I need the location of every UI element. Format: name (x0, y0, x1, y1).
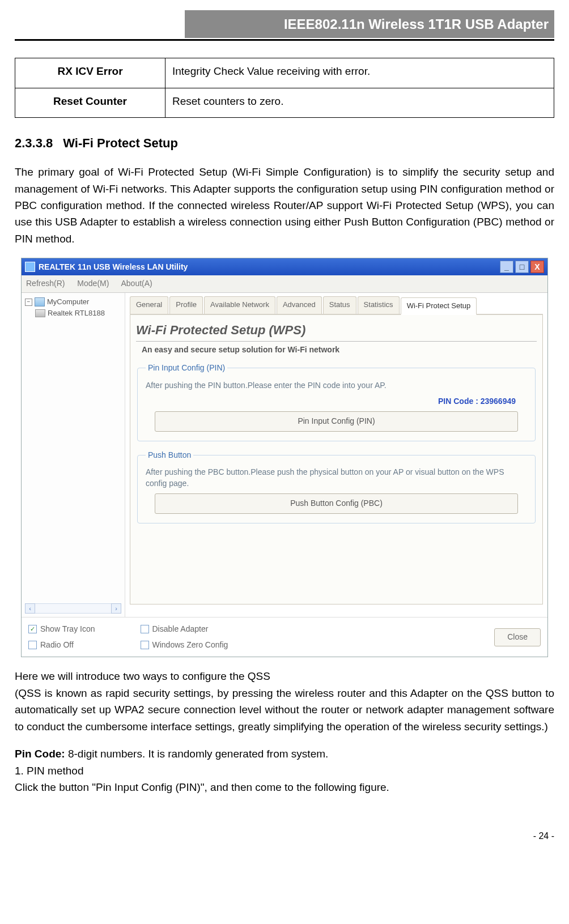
device-tree: − MyComputer Realtek RTL8188 ‹ › (22, 293, 125, 617)
table-row: Reset Counter Reset counters to zero. (15, 88, 554, 117)
paragraph: Pin Code: 8-digit numbers. It is randoml… (15, 746, 554, 762)
collapse-icon[interactable]: − (25, 299, 32, 306)
menubar: Refresh(R) Mode(M) About(A) (22, 275, 547, 293)
checkbox-checked-icon: ✓ (28, 625, 37, 633)
pin-code-desc: 8-digit numbers. It is randomly generate… (65, 748, 329, 760)
app-screenshot: REALTEK 11n USB Wireless LAN Utility _ □… (21, 258, 548, 657)
tab-available-network[interactable]: Available Network (204, 296, 275, 314)
checkbox-unchecked-icon (28, 641, 37, 649)
app-icon (25, 262, 35, 272)
scroll-left-arrow-icon[interactable]: ‹ (25, 603, 35, 614)
window-title: REALTEK 11n USB Wireless LAN Utility (39, 261, 188, 274)
checkbox-unchecked-icon (141, 641, 149, 649)
header-rule (15, 39, 554, 41)
pin-input-config-button[interactable]: Pin Input Config (PIN) (155, 411, 518, 432)
section-number: 2.3.3.8 (15, 134, 53, 153)
wps-panel: Wi-Fi Protected Setup (WPS) An easy and … (130, 315, 543, 604)
term-cell: Reset Counter (15, 88, 165, 117)
tab-advanced[interactable]: Advanced (277, 296, 322, 314)
page-number: - 24 - (15, 829, 554, 844)
paragraph: Here we will introduce two ways to confi… (15, 668, 554, 684)
pin-group-desc: After pushing the PIN button.Please ente… (146, 380, 527, 391)
pin-code-label: Pin Code: (15, 748, 65, 760)
term-cell: RX ICV Error (15, 58, 165, 88)
pin-config-group: Pin Input Config (PIN) After pushing the… (137, 362, 536, 441)
minimize-button[interactable]: _ (500, 261, 513, 273)
wps-subheading: An easy and secure setup solution for Wi… (142, 344, 537, 356)
doc-header-title: IEEE802.11n Wireless 1T1R USB Adapter (185, 10, 554, 38)
radio-off-checkbox[interactable]: Radio Off (28, 639, 95, 652)
scroll-track[interactable] (35, 603, 111, 614)
pin-group-legend: Pin Input Config (PIN) (146, 362, 227, 374)
definitions-table: RX ICV Error Integrity Check Value recei… (15, 58, 554, 118)
checkbox-unchecked-icon (141, 625, 149, 633)
show-tray-icon-checkbox[interactable]: ✓Show Tray Icon (28, 623, 95, 636)
tab-statistics[interactable]: Statistics (358, 296, 400, 314)
tree-child-node[interactable]: Realtek RTL8188 (35, 308, 121, 319)
push-button-config-button[interactable]: Push Button Config (PBC) (155, 493, 518, 514)
tab-status[interactable]: Status (323, 296, 356, 314)
window-titlebar: REALTEK 11n USB Wireless LAN Utility _ □… (22, 258, 547, 275)
win-zero-label: Windows Zero Config (152, 639, 228, 652)
wps-heading: Wi-Fi Protected Setup (WPS) (136, 321, 537, 342)
menu-about[interactable]: About(A) (121, 279, 152, 288)
tab-wifi-protect-setup[interactable]: Wi-Fi Protect Setup (401, 297, 477, 315)
paragraph: (QSS is known as rapid security settings… (15, 685, 554, 735)
menu-mode[interactable]: Mode(M) (77, 279, 109, 288)
desc-cell: Reset counters to zero. (165, 88, 554, 117)
pin-code-value: PIN Code : 23966949 (146, 395, 527, 408)
section-heading: 2.3.3.8Wi-Fi Protect Setup (15, 134, 554, 153)
pbc-group-legend: Push Button (146, 449, 193, 462)
list-item: 1. PIN method (15, 763, 554, 779)
tab-profile[interactable]: Profile (169, 296, 203, 314)
pbc-group-desc: After pushing the PBC button.Please push… (146, 467, 527, 489)
section-title: Wi-Fi Protect Setup (63, 136, 178, 150)
table-row: RX ICV Error Integrity Check Value recei… (15, 58, 554, 88)
radio-off-label: Radio Off (40, 639, 74, 652)
tree-child-label: Realtek RTL8188 (48, 308, 105, 319)
tree-horizontal-scrollbar[interactable]: ‹ › (25, 603, 121, 614)
show-tray-label: Show Tray Icon (40, 623, 95, 636)
tree-root-label: MyComputer (47, 296, 89, 308)
close-button[interactable]: Close (494, 628, 541, 646)
paragraph: The primary goal of Wi-Fi Protected Setu… (15, 164, 554, 247)
maximize-button[interactable]: □ (515, 261, 529, 273)
paragraph: Click the button "Pin Input Config (PIN)… (15, 779, 554, 795)
windows-zero-config-checkbox[interactable]: Windows Zero Config (141, 639, 228, 652)
tab-general[interactable]: General (130, 296, 168, 314)
disable-adapter-label: Disable Adapter (152, 623, 209, 636)
computer-icon (35, 297, 45, 306)
app-footer: ✓Show Tray Icon Radio Off Disable Adapte… (22, 617, 547, 657)
scroll-right-arrow-icon[interactable]: › (111, 603, 121, 614)
push-button-group: Push Button After pushing the PBC button… (137, 449, 536, 524)
adapter-icon (35, 309, 45, 317)
menu-refresh[interactable]: Refresh(R) (26, 279, 65, 288)
window-close-button[interactable]: X (530, 261, 544, 273)
disable-adapter-checkbox[interactable]: Disable Adapter (141, 623, 228, 636)
desc-cell: Integrity Check Value receiving with err… (165, 58, 554, 88)
tree-root-node[interactable]: − MyComputer (25, 296, 121, 308)
tab-strip: General Profile Available Network Advanc… (130, 296, 543, 315)
